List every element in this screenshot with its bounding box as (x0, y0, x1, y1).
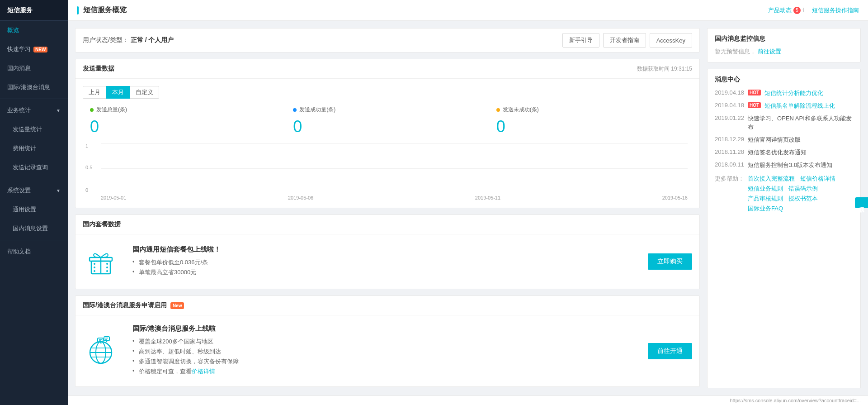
float-contact[interactable]: 联系我们 (855, 197, 868, 208)
user-status-bar: 用户状态/类型： 正常 / 个人用户 新手引导 开发者指南 AccessKey (75, 28, 700, 52)
main-content: 短信服务概览 产品动态 5 ℹ 短信服务操作指南 用户状态/类型： 正常 / 个… (68, 0, 868, 405)
news-date: 2018.11.28 (715, 148, 744, 155)
help-section: 更多帮助： 首次接入完整流程 短信价格详情 短信业务规则 错误码示例 产品审核规… (715, 175, 853, 213)
monitor-empty: 暂无预警信息， 前往设置 (715, 48, 853, 56)
bottom-url-bar: https://sms.console.aliyun.com/overview?… (68, 395, 868, 405)
sidebar-item-overview[interactable]: 概览 (0, 21, 68, 40)
activate-button[interactable]: 前往开通 (648, 343, 692, 359)
hot-badge: HOT (748, 90, 761, 95)
intl-promo-title: 国际/港澳台消息服务上线啦 (132, 324, 634, 333)
news-item-4: 2018.11.28 短信签名优化发布通知 (715, 148, 853, 157)
sidebar-item-intl-sms[interactable]: 国际/港澳台消息 (0, 78, 68, 97)
sidebar-item-send-stats[interactable]: 发送量统计 (0, 120, 68, 139)
news-link[interactable]: 短信官网详情页改版 (748, 136, 801, 144)
stat-failed-label: 发送未成功(条) (496, 106, 685, 114)
x-label-4: 2019-05-16 (662, 195, 688, 200)
help-link-5[interactable]: 授权书范本 (788, 195, 818, 203)
y-label-1: 1 (85, 143, 88, 149)
sidebar-item-general-settings[interactable]: 通用设置 (0, 200, 68, 219)
tab-this-month[interactable]: 本月 (106, 86, 130, 99)
news-link[interactable]: 短信统计分析能力优化 (764, 89, 823, 97)
x-label-2: 2019-05-06 (288, 195, 313, 200)
dev-guide-button[interactable]: 开发者指南 (603, 33, 646, 48)
y-label-0: 0 (85, 187, 88, 193)
intl-content: 国际/港澳台消息服务上线啦 覆盖全球200多个国家与地区 高到达率、超低时延、秒… (75, 315, 699, 386)
sidebar-item-label: 概览 (7, 26, 19, 34)
help-link-6[interactable]: 国际业务FAQ (748, 205, 783, 213)
sidebar-section-settings[interactable]: 系统设置 ▼ (0, 181, 68, 200)
sidebar-item-help-docs[interactable]: 帮助文档 (0, 242, 68, 261)
news-date: 2019.01.22 (715, 114, 744, 121)
tab-custom[interactable]: 自定义 (130, 86, 159, 99)
sidebar-item-label: 国际/港澳台消息 (7, 83, 50, 91)
sidebar-item-label: 快速学习 (7, 45, 31, 53)
chevron-down-icon: ▼ (56, 108, 61, 113)
stat-failed-value: 0 (496, 117, 685, 136)
bottom-url: https://sms.console.aliyun.com/overview?… (730, 398, 861, 403)
globe-icon (83, 333, 119, 369)
news-date: 2018.09.11 (715, 161, 744, 168)
sidebar-section-stats[interactable]: 业务统计 ▼ (0, 101, 68, 120)
user-status-value: 正常 / 个人用户 (131, 36, 174, 43)
intl-feature-4: 价格稳定可查，查看价格详情 (132, 367, 634, 376)
help-link-2[interactable]: 短信业务规则 (748, 185, 783, 193)
new-tag: New (170, 302, 184, 309)
stats-row: 发送总量(条) 0 发送成功量(条) 0 (83, 106, 692, 136)
info-icon: ℹ (802, 7, 805, 14)
news-date: 2019.04.18 (715, 102, 744, 109)
header-title: 短信服务概览 (77, 5, 127, 15)
news-link[interactable]: 短信签名优化发布通知 (748, 148, 807, 157)
access-key-button[interactable]: AccessKey (650, 33, 692, 48)
package-features: 套餐包单价低至0.036元/条 单笔最高立省30000元 (132, 258, 634, 276)
package-feature-1: 套餐包单价低至0.036元/条 (132, 258, 634, 267)
package-promo-title: 国内通用短信套餐包上线啦！ (132, 245, 634, 254)
help-label: 更多帮助： (715, 175, 744, 183)
send-data-card: 发送量数据 数据获取时间 19:31:15 上月 本月 自定义 (75, 59, 700, 208)
sidebar-item-label: 国内消息 (7, 64, 31, 72)
help-link-0[interactable]: 首次接入完整流程 (748, 175, 795, 183)
svg-point-3 (94, 263, 95, 265)
news-link[interactable]: 快速学习、OPEN API和多联系人功能发布 (748, 114, 853, 131)
green-dot (90, 108, 94, 112)
sidebar: 短信服务 概览 快速学习 NEW 国内消息 国际/港澳台消息 业务统计 ▼ 发送… (0, 0, 68, 405)
chevron-down-icon: ▼ (56, 188, 61, 193)
chart-container: 1 0.5 0 2019-05-01 2019-05 (101, 143, 688, 200)
user-status-text: 用户状态/类型： 正常 / 个人用户 (83, 36, 174, 44)
sidebar-item-label: 发送量统计 (13, 125, 42, 133)
stat-success-label: 发送成功量(条) (293, 106, 481, 114)
news-link[interactable]: 短信黑名单解除流程线上化 (764, 102, 835, 110)
product-update-link[interactable]: 产品动态 5 ℹ (768, 6, 805, 14)
help-link-1[interactable]: 短信价格详情 (800, 175, 835, 183)
monitor-settings-link[interactable]: 前往设置 (758, 48, 781, 55)
intl-section-header: 国际/港澳台消息服务申请启用 New (75, 296, 699, 315)
svg-point-7 (106, 267, 108, 268)
tab-last-month[interactable]: 上月 (83, 86, 106, 99)
international-card: 国际/港澳台消息服务申请启用 New (75, 295, 700, 387)
sidebar-item-label: 费用统计 (13, 144, 36, 152)
operation-report-link[interactable]: 短信服务操作指南 (812, 6, 859, 14)
y-label-05: 0.5 (85, 165, 92, 170)
news-item-0: 2019.04.18 HOT 短信统计分析能力优化 (715, 89, 853, 97)
help-link-4[interactable]: 产品审核规则 (748, 195, 783, 203)
new-guide-button[interactable]: 新手引导 (562, 33, 599, 48)
help-link-3[interactable]: 错误码示例 (788, 185, 818, 193)
sidebar-item-quick-learn[interactable]: 快速学习 NEW (0, 40, 68, 59)
sidebar-item-send-log[interactable]: 发送记录查询 (0, 158, 68, 177)
sidebar-item-cost-stats[interactable]: 费用统计 (0, 139, 68, 158)
yellow-dot (496, 108, 500, 112)
sidebar-section-label: 业务统计 (7, 106, 31, 114)
news-card: 消息中心 2019.04.18 HOT 短信统计分析能力优化 2019.04.1… (707, 69, 861, 388)
sidebar-item-domestic-sms[interactable]: 国内消息 (0, 59, 68, 78)
news-link[interactable]: 短信服务控制台3.0版本发布通知 (748, 161, 832, 169)
sidebar-item-domestic-settings[interactable]: 国内消息设置 (0, 219, 68, 238)
header-right: 产品动态 5 ℹ 短信服务操作指南 (768, 6, 859, 14)
gift-icon (83, 243, 119, 280)
svg-point-6 (106, 263, 108, 265)
svg-rect-16 (104, 337, 109, 341)
price-link[interactable]: 价格详情 (192, 368, 215, 375)
chart-x-labels: 2019-05-01 2019-05-06 2019-05-11 2019-05… (101, 193, 688, 200)
intl-section-title: 国际/港澳台消息服务申请启用 (83, 301, 167, 310)
buy-now-button[interactable]: 立即购买 (648, 253, 692, 270)
chart-svg (101, 143, 688, 193)
send-data-body: 上月 本月 自定义 发送总量(条) 0 (75, 79, 699, 208)
